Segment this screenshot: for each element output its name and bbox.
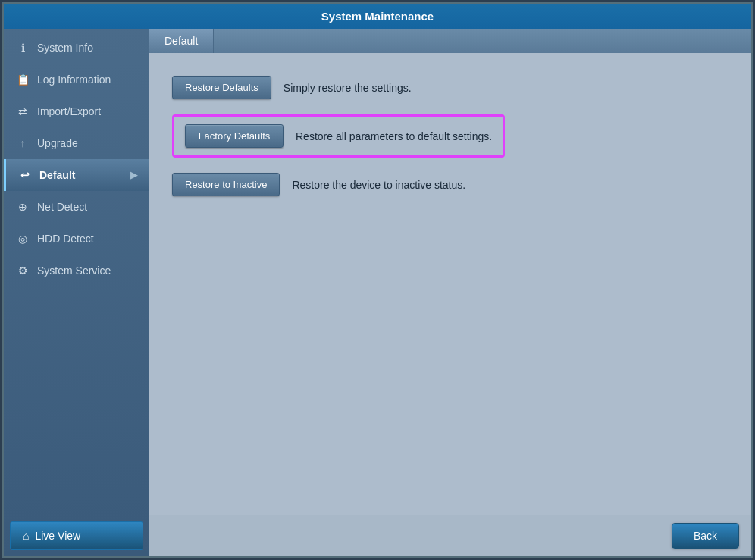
sidebar-label-upgrade: Upgrade: [37, 137, 78, 149]
default-icon: ↩: [18, 168, 32, 182]
sidebar-item-net-detect[interactable]: ⊕ Net Detect: [4, 191, 149, 223]
title-bar: System Maintenance: [4, 4, 751, 29]
main-content: Default Restore Defaults Simply restore …: [149, 29, 751, 556]
restore-defaults-row: Restore Defaults Simply restore the sett…: [172, 76, 728, 99]
factory-defaults-button[interactable]: Factory Defaults: [185, 124, 284, 148]
sidebar-items: ℹ System Info 📋 Log Information ⇄ Import…: [4, 29, 149, 515]
main-window: System Maintenance ℹ System Info 📋 Log I…: [2, 2, 753, 558]
restore-defaults-button[interactable]: Restore Defaults: [172, 76, 271, 99]
sidebar-label-log-information: Log Information: [37, 74, 111, 86]
window-title: System Maintenance: [321, 10, 434, 23]
tab-default[interactable]: Default: [149, 29, 214, 53]
system-info-icon: ℹ: [16, 41, 30, 55]
factory-defaults-highlight: Factory Defaults Restore all parameters …: [172, 114, 505, 158]
sidebar-label-system-info: System Info: [37, 42, 93, 54]
sidebar-bottom: ⌂ Live View: [4, 515, 149, 556]
sidebar-item-log-information[interactable]: 📋 Log Information: [4, 64, 149, 95]
sidebar-label-system-service: System Service: [37, 264, 111, 277]
live-view-icon: ⌂: [23, 530, 29, 542]
content-area: Restore Defaults Simply restore the sett…: [149, 53, 751, 515]
net-detect-icon: ⊕: [16, 200, 30, 214]
back-button[interactable]: Back: [672, 523, 739, 549]
sidebar-item-hdd-detect[interactable]: ◎ HDD Detect: [4, 223, 149, 255]
tab-default-label: Default: [164, 35, 198, 47]
sidebar-label-hdd-detect: HDD Detect: [37, 233, 94, 245]
sidebar-item-system-info[interactable]: ℹ System Info: [4, 32, 149, 64]
log-information-icon: 📋: [16, 73, 30, 86]
footer: Back: [149, 515, 751, 556]
import-export-icon: ⇄: [16, 105, 30, 118]
live-view-label: Live View: [35, 530, 80, 542]
sidebar-item-default[interactable]: ↩ Default ▶: [4, 159, 149, 191]
tab-bar: Default: [149, 29, 751, 53]
chevron-right-icon: ▶: [130, 170, 137, 180]
restore-inactive-description: Restore the device to inactive status.: [292, 179, 465, 191]
hdd-detect-icon: ◎: [16, 232, 30, 246]
sidebar-label-default: Default: [39, 169, 75, 181]
live-view-button[interactable]: ⌂ Live View: [10, 521, 143, 550]
restore-inactive-button[interactable]: Restore to Inactive: [172, 173, 280, 196]
restore-inactive-row: Restore to Inactive Restore the device t…: [172, 173, 728, 196]
system-service-icon: ⚙: [16, 264, 30, 277]
factory-defaults-description: Restore all parameters to default settin…: [296, 130, 492, 142]
restore-defaults-description: Simply restore the settings.: [284, 82, 412, 94]
sidebar-item-import-export[interactable]: ⇄ Import/Export: [4, 95, 149, 127]
sidebar-item-upgrade[interactable]: ↑ Upgrade: [4, 127, 149, 159]
sidebar-label-net-detect: Net Detect: [37, 201, 87, 213]
sidebar-label-import-export: Import/Export: [37, 105, 101, 117]
sidebar-item-system-service[interactable]: ⚙ System Service: [4, 255, 149, 286]
sidebar: ℹ System Info 📋 Log Information ⇄ Import…: [4, 29, 149, 556]
upgrade-icon: ↑: [16, 136, 30, 150]
